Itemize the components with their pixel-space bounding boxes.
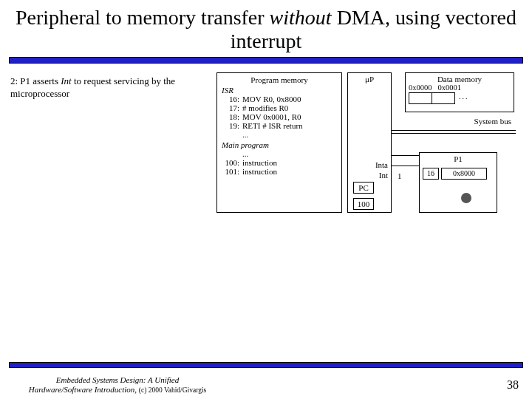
p1-sixteen: 16: [423, 168, 439, 180]
p1-header: P1: [420, 154, 497, 163]
data-cell: [432, 92, 455, 104]
pc-value-box: 100: [353, 198, 374, 210]
inta-wire: [392, 155, 419, 156]
pc-label-box: PC: [353, 182, 374, 194]
bottom-accent-bar: [9, 362, 523, 368]
system-bus: [392, 130, 516, 134]
footer: Embedded Systems Design: A Unified Hardw…: [0, 362, 532, 399]
page-number: 38: [507, 378, 519, 392]
diagram-area: 2: P1 asserts Int to request servicing b…: [0, 64, 532, 344]
peripheral-p1-box: P1 16 0x8000: [419, 152, 497, 213]
data-memory-header: Data memory: [409, 75, 511, 83]
int-wire: [392, 166, 419, 166]
data-memory-box: Data memory 0x0000 0x0001 ...: [405, 72, 514, 112]
p1-indicator-dot: [461, 193, 471, 203]
slide-title: Peripheral to memory transfer without DM…: [0, 0, 532, 55]
program-memory-box: Program memory ISR 16:MOV R0, 0x8000 17:…: [216, 72, 342, 213]
program-memory-header: Program memory: [222, 75, 337, 84]
footer-citation: Embedded Systems Design: A Unified Hardw…: [10, 375, 225, 395]
isr-label: ISR: [222, 86, 337, 95]
p1-addr: 0x8000: [441, 168, 487, 180]
main-program-label: Main program: [222, 140, 337, 149]
int-signal-label: Int: [379, 171, 388, 180]
inta-signal-label: Inta: [375, 160, 388, 169]
system-bus-label: System bus: [405, 117, 514, 126]
data-cell: [409, 92, 432, 104]
int-value: 1: [398, 171, 402, 180]
step-description: 2: P1 asserts Int to request servicing b…: [10, 75, 202, 100]
top-accent-bar: [9, 58, 523, 64]
microprocessor-label: μP: [348, 73, 391, 83]
